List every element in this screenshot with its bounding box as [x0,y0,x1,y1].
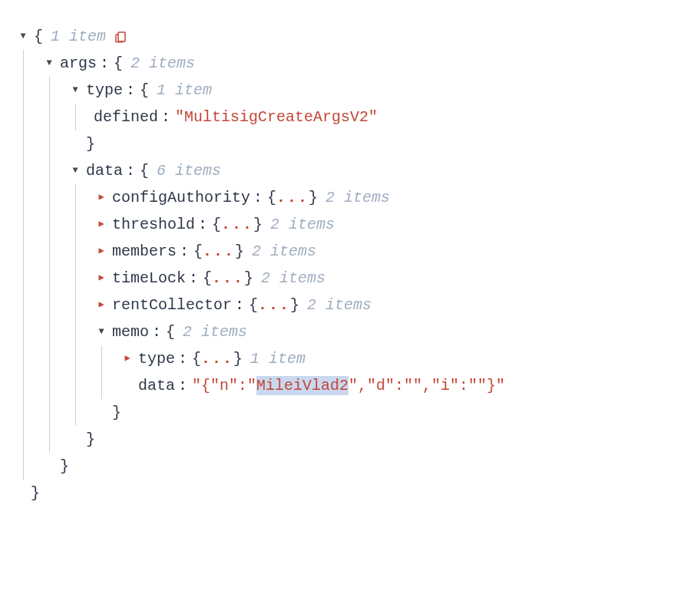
close-brace: } [112,399,121,426]
colon: : [126,77,135,104]
item-count: 2 items [261,265,325,292]
colon: : [253,184,262,211]
colon: : [178,345,187,372]
key-label: data [138,372,175,399]
chevron-down-icon[interactable]: ▼ [68,163,83,179]
defined-row: defined : "MultisigCreateArgsV2" [15,104,685,130]
chevron-right-icon[interactable]: ▶ [120,351,135,367]
memo-close-row: } [15,399,685,426]
close-brace: } [290,292,299,318]
colon: : [235,292,244,318]
close-brace: } [86,130,95,157]
chevron-right-icon[interactable]: ▶ [94,297,109,313]
ellipsis[interactable]: ... [258,292,290,318]
item-count: 2 items [270,211,335,238]
configauthority-row: ▶ configAuthority : {...} 2 items [15,184,685,211]
open-brace: { [114,50,123,77]
chevron-right-icon[interactable]: ▶ [94,190,109,206]
json-tree-viewer: ▼ { 1 item ▼ args : { 2 items ▼ type : {… [15,23,685,506]
item-count: 1 item [157,77,212,104]
key-label: args [60,50,97,77]
root-close-row: } [15,480,685,506]
timelock-row: ▶ timeLock : {...} 2 items [15,265,685,292]
key-label: configAuthority [112,184,250,211]
ellipsis[interactable]: ... [201,345,233,372]
key-label: data [86,157,123,184]
open-brace: { [267,184,276,211]
chevron-down-icon[interactable]: ▼ [15,28,31,45]
memo-type-row: ▶ type : {...} 1 item [15,345,685,372]
close-brace: } [244,265,253,292]
close-brace: } [235,238,244,265]
chevron-right-icon[interactable]: ▶ [94,243,109,259]
rentcollector-row: ▶ rentCollector : {...} 2 items [15,292,685,318]
item-count: 2 items [252,238,316,265]
key-label: rentCollector [112,292,232,318]
colon: : [161,104,170,130]
type-close-row: } [15,130,685,157]
open-brace: { [140,77,149,104]
args-row: ▼ args : { 2 items [15,50,685,77]
key-label: type [138,345,175,372]
open-brace: { [249,292,258,318]
item-count: 2 items [325,184,390,211]
highlighted-text: MileiVlad2 [256,376,348,395]
string-value: "MultisigCreateArgsV2" [175,104,378,130]
ellipsis[interactable]: ... [276,184,309,211]
key-label: threshold [112,211,195,238]
colon: : [178,372,187,399]
memo-row: ▼ memo : { 2 items [15,318,685,345]
close-brace: } [309,184,318,211]
colon: : [198,211,207,238]
chevron-right-icon[interactable]: ▶ [94,216,109,233]
root-open-row: ▼ { 1 item [15,23,685,50]
chevron-down-icon[interactable]: ▼ [41,55,57,71]
members-row: ▶ members : {...} 2 items [15,238,685,265]
clipboard-icon[interactable] [112,28,129,45]
close-brace: } [86,426,95,453]
colon: : [100,50,109,77]
type-row: ▼ type : { 1 item [15,77,685,104]
args-close-row: } [15,453,685,480]
svg-rect-0 [118,32,125,41]
open-brace: { [193,238,203,265]
data-close-row: } [15,426,685,453]
memo-data-row: data : "{"n":"MileiVlad2","d":"","i":""}… [15,372,685,399]
ellipsis[interactable]: ... [203,238,235,265]
open-brace: { [212,211,221,238]
key-label: timeLock [112,265,186,292]
key-label: type [86,77,123,104]
data-row: ▼ data : { 6 items [15,157,685,184]
key-label: memo [112,318,149,345]
item-count: 2 items [307,292,371,318]
open-brace: { [203,265,212,292]
item-count: 6 items [157,157,221,184]
close-brace: } [60,453,69,480]
open-brace: { [34,23,43,50]
item-count: 2 items [183,318,247,345]
ellipsis[interactable]: ... [221,211,253,238]
colon: : [189,265,198,292]
close-brace: } [233,345,243,372]
colon: : [152,318,161,345]
string-value: "{"n":"MileiVlad2","d":"","i":""}" [192,372,505,399]
colon: : [180,238,189,265]
key-label: members [112,238,177,265]
close-brace: } [31,480,40,506]
chevron-down-icon[interactable]: ▼ [68,82,83,98]
item-count: 1 item [51,23,106,50]
open-brace: { [166,318,175,345]
chevron-down-icon[interactable]: ▼ [94,324,109,340]
item-count: 2 items [130,50,195,77]
item-count: 1 item [250,345,305,372]
ellipsis[interactable]: ... [212,265,244,292]
open-brace: { [140,157,149,184]
chevron-right-icon[interactable]: ▶ [94,270,109,286]
close-brace: } [253,211,262,238]
open-brace: { [192,345,201,372]
threshold-row: ▶ threshold : {...} 2 items [15,211,685,238]
colon: : [126,157,135,184]
key-label: defined [94,104,158,130]
